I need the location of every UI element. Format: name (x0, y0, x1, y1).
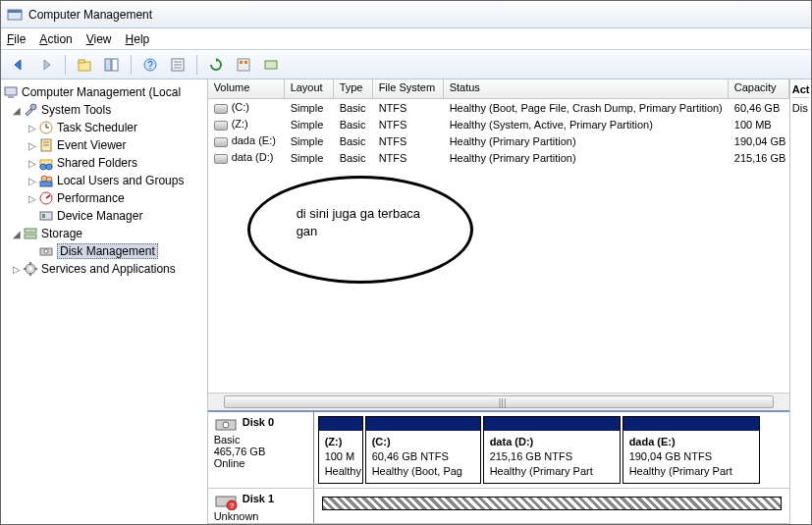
svg-rect-36 (25, 235, 36, 238)
svg-text:?: ? (147, 60, 153, 71)
refresh-button[interactable] (204, 53, 228, 77)
svg-text:?: ? (229, 501, 234, 510)
svg-rect-33 (40, 212, 52, 220)
actions-item[interactable]: Dis (792, 102, 809, 114)
menu-help[interactable]: Help (126, 32, 150, 46)
svg-rect-42 (29, 273, 31, 276)
volume-list-header: Volume Layout Type File System Status Ca… (208, 79, 789, 99)
settings-button[interactable] (232, 53, 255, 77)
computer-icon (3, 84, 19, 100)
services-icon (23, 261, 38, 277)
volume-icon (214, 121, 228, 131)
svg-rect-16 (5, 87, 17, 95)
storage-icon (23, 226, 38, 241)
volume-row[interactable]: (Z:)SimpleBasicNTFSHealthy (System, Acti… (208, 116, 789, 132)
col-type[interactable]: Type (334, 79, 373, 98)
svg-rect-14 (244, 61, 247, 64)
tree-systools[interactable]: System Tools (41, 103, 111, 117)
app-icon (7, 7, 23, 23)
svg-rect-4 (105, 59, 111, 71)
device-icon (38, 208, 54, 224)
horizontal-scrollbar[interactable]: ||| (208, 393, 789, 410)
expand-icon[interactable]: ▷ (11, 264, 23, 275)
volume-list[interactable]: (C:)SimpleBasicNTFSHealthy (Boot, Page F… (208, 99, 789, 166)
back-button[interactable] (7, 53, 30, 77)
svg-rect-13 (240, 61, 243, 64)
toolbar: ? (1, 50, 811, 79)
disk-row[interactable]: Disk 0 Basic 465,76 GB Online (Z:)100 MH… (208, 412, 789, 489)
svg-rect-35 (25, 229, 36, 233)
partition[interactable]: (Z:)100 MHealthy (318, 416, 363, 484)
disk-label[interactable]: Disk 0 Basic 465,76 GB Online (208, 412, 314, 488)
svg-point-46 (223, 422, 229, 428)
expand-icon[interactable]: ▷ (27, 140, 38, 151)
svg-rect-15 (265, 61, 277, 69)
tools-icon (23, 102, 38, 118)
annotation-overlay: di sini juga ga terbaca gan (208, 166, 789, 393)
collapse-icon[interactable]: ◢ (11, 105, 23, 116)
tree-services[interactable]: Services and Applications (41, 262, 176, 276)
tree-devicemgr[interactable]: Device Manager (57, 209, 142, 223)
window-title: Computer Management (28, 8, 152, 22)
svg-point-18 (30, 104, 36, 110)
event-icon (38, 137, 54, 153)
collapse-icon[interactable]: ◢ (11, 229, 23, 239)
tree-tasksched[interactable]: Task Scheduler (57, 121, 137, 134)
svg-point-27 (46, 164, 52, 170)
volume-row[interactable]: data (D:)SimpleBasicNTFSHealthy (Primary… (208, 149, 789, 166)
extra-button[interactable] (259, 53, 283, 77)
tree-root[interactable]: Computer Management (Local (22, 85, 181, 99)
disk-icon (214, 416, 238, 434)
volume-row[interactable]: dada (E:)SimpleBasicNTFSHealthy (Primary… (208, 132, 789, 149)
users-icon (38, 173, 54, 188)
help-button[interactable]: ? (138, 53, 162, 77)
svg-rect-41 (29, 262, 31, 265)
forward-button[interactable] (34, 53, 58, 77)
expand-icon[interactable]: ▷ (27, 123, 38, 133)
volume-row[interactable]: (C:)SimpleBasicNTFSHealthy (Boot, Page F… (208, 99, 789, 116)
properties-button[interactable] (166, 53, 189, 77)
tree-performance[interactable]: Performance (57, 191, 125, 205)
svg-point-26 (40, 164, 46, 170)
tree-eventviewer[interactable]: Event Viewer (57, 138, 126, 152)
expand-icon[interactable]: ▷ (27, 193, 38, 204)
svg-rect-30 (40, 182, 52, 186)
tree-localusers[interactable]: Local Users and Groups (57, 174, 184, 187)
performance-icon (38, 190, 54, 206)
tree-storage[interactable]: Storage (41, 227, 82, 240)
menu-file[interactable]: File (7, 32, 26, 46)
svg-rect-17 (8, 96, 14, 98)
partition[interactable]: data (D:)215,16 GB NTFSHealthy (Primary … (483, 416, 621, 484)
svg-rect-3 (79, 60, 84, 63)
menu-action[interactable]: Action (39, 32, 72, 46)
disk-icon (38, 243, 54, 259)
col-status[interactable]: Status (444, 79, 729, 98)
col-layout[interactable]: Layout (285, 79, 334, 98)
partition[interactable]: dada (E:)190,04 GB NTFSHealthy (Primary … (623, 416, 760, 484)
svg-rect-5 (112, 59, 118, 71)
window-titlebar: Computer Management (1, 1, 811, 28)
disk-row[interactable]: ? Disk 1 Unknown (208, 489, 789, 524)
col-capacity[interactable]: Capacity (729, 79, 789, 98)
volume-icon (214, 137, 228, 147)
unallocated-space[interactable] (322, 497, 782, 510)
expand-icon[interactable]: ▷ (27, 158, 38, 169)
volume-icon (214, 154, 228, 164)
col-fs[interactable]: File System (373, 79, 444, 98)
svg-rect-44 (34, 268, 37, 270)
expand-icon[interactable]: ▷ (27, 176, 38, 186)
disk-map: Disk 0 Basic 465,76 GB Online (Z:)100 MH… (208, 410, 789, 524)
up-button[interactable] (73, 53, 96, 77)
tree-sharedfolders[interactable]: Shared Folders (57, 156, 137, 170)
col-volume[interactable]: Volume (208, 79, 285, 98)
svg-rect-12 (238, 59, 249, 71)
svg-rect-34 (42, 214, 45, 218)
actions-header: Act (792, 83, 809, 98)
nav-tree[interactable]: Computer Management (Local ◢System Tools… (1, 79, 208, 524)
volume-icon (214, 104, 228, 114)
disk-label[interactable]: ? Disk 1 Unknown (208, 489, 314, 523)
show-hide-button[interactable] (100, 53, 124, 77)
tree-diskmgmt[interactable]: Disk Management (57, 243, 158, 259)
menu-view[interactable]: View (86, 32, 112, 46)
partition[interactable]: (C:)60,46 GB NTFSHealthy (Boot, Pag (365, 416, 481, 484)
